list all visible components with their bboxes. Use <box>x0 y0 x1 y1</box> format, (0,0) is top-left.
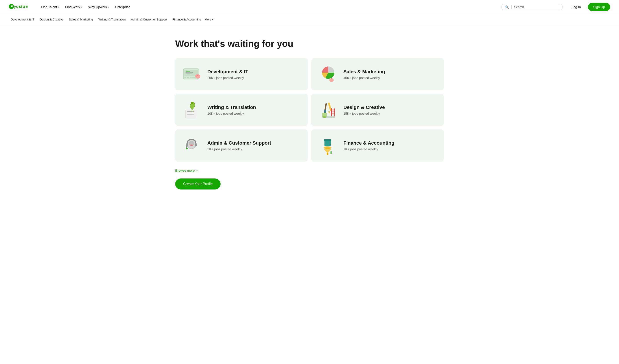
header: Find Talent ▾ Find Work ▾ Why Upwork ▾ E… <box>0 0 619 14</box>
main-nav: Find Talent ▾ Find Work ▾ Why Upwork ▾ E… <box>38 3 501 11</box>
nav-find-talent-label: Find Talent <box>41 5 57 9</box>
card-writing-subtitle: 10K+ jobs posted weekly <box>207 112 301 115</box>
svg-rect-14 <box>187 113 193 113</box>
nav-find-work-label: Find Work <box>65 5 80 9</box>
cat-design-creative[interactable]: Design & Creative <box>38 17 65 22</box>
svg-point-42 <box>330 147 331 149</box>
sales-illustration <box>318 64 338 84</box>
search-input[interactable] <box>514 5 559 9</box>
card-sales-subtitle: 10K+ jobs posted weekly <box>343 76 437 80</box>
card-finance-title: Finance & Accounting <box>343 140 437 146</box>
signup-button[interactable]: Sign Up <box>588 3 610 11</box>
card-admin-subtitle: 5K+ jobs posted weekly <box>207 147 301 151</box>
svg-rect-23 <box>331 110 335 110</box>
svg-rect-24 <box>331 112 335 112</box>
svg-rect-6 <box>184 77 186 78</box>
find-talent-chevron-icon: ▾ <box>58 6 59 8</box>
logo-svg <box>9 4 31 10</box>
design-illustration <box>318 100 338 120</box>
create-profile-button[interactable]: Create Your Profile <box>175 179 221 189</box>
admin-illustration <box>182 136 202 155</box>
cat-finance-accounting[interactable]: Finance & Accounting <box>171 17 203 22</box>
card-sales-marketing[interactable]: Sales & Marketing 10K+ jobs posted weekl… <box>311 58 444 90</box>
writing-illustration <box>182 100 202 120</box>
svg-rect-9 <box>192 77 196 78</box>
card-sales-title: Sales & Marketing <box>343 69 437 75</box>
cat-writing-translation[interactable]: Writing & Translation <box>97 17 127 22</box>
more-chevron-icon: ▾ <box>212 18 213 21</box>
header-actions: Log In Sign Up <box>568 3 610 11</box>
dev-it-illustration <box>182 64 202 84</box>
card-dev-it-subtitle: 20K+ jobs posted weekly <box>207 76 301 80</box>
browse-more-link[interactable]: Browse more → <box>175 168 199 172</box>
svg-point-11 <box>329 78 334 82</box>
card-finance[interactable]: $ Finance & Accounting 2K+ jobs posted w… <box>311 129 444 162</box>
login-button[interactable]: Log In <box>568 3 584 11</box>
nav-find-talent[interactable]: Find Talent ▾ <box>38 3 62 11</box>
card-admin[interactable]: Admin & Customer Support 5K+ jobs posted… <box>175 129 308 162</box>
svg-rect-36 <box>324 139 331 141</box>
svg-text:$: $ <box>330 151 332 154</box>
card-design-info: Design & Creative 15K+ jobs posted weekl… <box>343 105 437 115</box>
svg-rect-3 <box>185 72 193 73</box>
svg-rect-7 <box>187 77 189 78</box>
nav-enterprise[interactable]: Enterprise <box>113 3 133 11</box>
card-writing-title: Writing & Translation <box>207 105 301 110</box>
cat-admin-support[interactable]: Admin & Customer Support <box>129 17 169 22</box>
svg-point-32 <box>195 143 197 146</box>
card-dev-it[interactable]: Development & IT 20K+ jobs posted weekly <box>175 58 308 90</box>
svg-rect-35 <box>324 140 331 146</box>
svg-point-33 <box>186 148 188 149</box>
svg-marker-18 <box>328 111 330 114</box>
search-box[interactable]: 🔍 <box>501 4 563 10</box>
find-work-chevron-icon: ▾ <box>81 6 82 8</box>
svg-point-16 <box>191 102 193 104</box>
svg-rect-13 <box>187 111 194 112</box>
cat-more[interactable]: More ▾ <box>205 18 213 21</box>
category-nav: Development & IT Design & Creative Sales… <box>0 14 619 25</box>
svg-rect-2 <box>185 71 190 71</box>
main-content: Work that's waiting for you <box>166 25 453 198</box>
nav-why-upwork[interactable]: Why Upwork ▾ <box>86 3 112 11</box>
finance-illustration: $ <box>318 136 338 155</box>
card-design[interactable]: Design & Creative 15K+ jobs posted weekl… <box>311 94 444 126</box>
cat-sales-marketing[interactable]: Sales & Marketing <box>67 17 95 22</box>
card-admin-info: Admin & Customer Support 5K+ jobs posted… <box>207 140 301 151</box>
cards-grid: Development & IT 20K+ jobs posted weekly <box>175 58 444 162</box>
logo[interactable] <box>9 4 31 10</box>
card-sales-info: Sales & Marketing 10K+ jobs posted weekl… <box>343 69 437 80</box>
card-dev-it-title: Development & IT <box>207 69 301 75</box>
card-admin-title: Admin & Customer Support <box>207 140 301 146</box>
svg-point-41 <box>324 147 326 149</box>
nav-why-upwork-label: Why Upwork <box>88 5 107 9</box>
card-writing[interactable]: Writing & Translation 10K+ jobs posted w… <box>175 94 308 126</box>
section-title: Work that's waiting for you <box>175 38 444 49</box>
nav-enterprise-label: Enterprise <box>115 5 130 9</box>
why-upwork-chevron-icon: ▾ <box>108 6 109 8</box>
search-icon: 🔍 <box>505 5 509 9</box>
card-writing-info: Writing & Translation 10K+ jobs posted w… <box>207 105 301 115</box>
card-design-title: Design & Creative <box>343 105 437 110</box>
svg-point-34 <box>191 144 192 145</box>
card-finance-subtitle: 2K+ jobs posted weekly <box>343 147 437 151</box>
svg-rect-4 <box>185 73 192 74</box>
search-divider <box>511 5 512 9</box>
card-design-subtitle: 15K+ jobs posted weekly <box>343 112 437 115</box>
card-finance-info: Finance & Accounting 2K+ jobs posted wee… <box>343 140 437 151</box>
nav-find-work[interactable]: Find Work ▾ <box>63 3 85 11</box>
svg-rect-39 <box>327 153 328 155</box>
cat-development-it[interactable]: Development & IT <box>9 17 36 22</box>
search-container: 🔍 <box>501 4 563 10</box>
svg-rect-15 <box>187 114 194 115</box>
svg-rect-28 <box>323 116 326 118</box>
svg-rect-8 <box>190 77 192 78</box>
svg-rect-25 <box>331 113 335 114</box>
card-dev-it-info: Development & IT 20K+ jobs posted weekly <box>207 69 301 80</box>
cat-more-label: More <box>205 18 211 21</box>
